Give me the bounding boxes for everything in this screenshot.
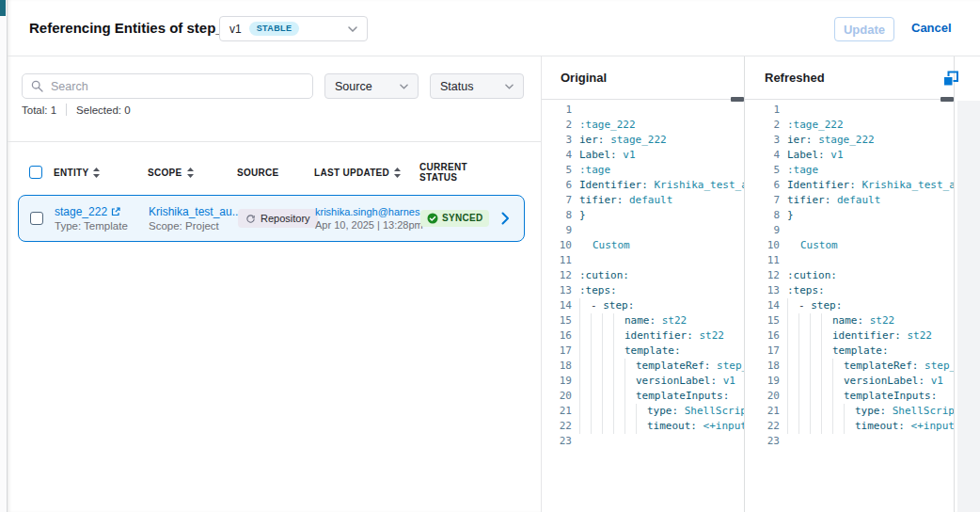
column-label: SCOPE — [148, 168, 182, 178]
status-label: SYNCED — [442, 213, 482, 223]
code-line: 10 Custom — [547, 238, 744, 253]
line-number: 20 — [547, 389, 572, 404]
search-icon — [31, 80, 43, 92]
line-text: Label: v1 — [579, 148, 636, 163]
line-number: 12 — [755, 268, 780, 283]
updated-by-link[interactable]: krishika.singh@harnes... — [315, 206, 420, 217]
result-counts: Total: 1 Selected: 0 — [22, 104, 131, 116]
code-line: 15 name: st22 — [755, 313, 954, 328]
table-row[interactable]: stage_222 Type: Template Krishika_test_a… — [18, 195, 525, 242]
line-number: 15 — [547, 313, 572, 328]
refreshed-panel-title: Refreshed — [765, 71, 825, 85]
code-line: 23 — [547, 434, 744, 449]
original-code-editor[interactable]: 1 2 :tage_222 3 ier: stage_222 4 Label: … — [542, 100, 744, 512]
original-panel-header: Original — [542, 56, 744, 100]
original-panel-title: Original — [561, 71, 607, 85]
code-line: 12 :cution: — [755, 268, 954, 283]
code-line: 5 :tage — [755, 163, 954, 178]
entity-link[interactable]: stage_222 — [55, 205, 149, 218]
line-number: 12 — [547, 268, 572, 283]
scope-name: Krishika_test_au... — [149, 205, 242, 218]
source-badge-label: Repository — [261, 213, 310, 224]
line-text: Identifier: Krishika_test_aut — [579, 178, 744, 193]
sort-icon — [394, 168, 401, 178]
line-text: ier: stage_222 — [787, 133, 875, 148]
code-line: 14 - step: — [547, 298, 744, 313]
update-button[interactable]: Update — [834, 17, 894, 41]
line-text: Identifier: Krishika_test_aut — [787, 178, 954, 193]
chevron-down-icon — [505, 84, 514, 89]
line-number: 5 — [755, 163, 780, 178]
source-badge: Repository — [238, 209, 318, 228]
chevron-down-icon — [400, 84, 408, 89]
refreshed-code-editor[interactable]: 1 2 :tage_222 3 ier: stage_222 4 Label: … — [745, 100, 954, 512]
code-line: 18 templateRef: step_222 — [547, 359, 744, 374]
select-all-checkbox[interactable] — [29, 166, 42, 179]
code-line: 4 Label: v1 — [755, 148, 954, 163]
line-text: timeout: <+input> — [579, 419, 744, 434]
source-filter-dropdown[interactable]: Source — [324, 73, 419, 99]
search-box[interactable] — [22, 73, 313, 99]
sort-icon — [93, 168, 100, 178]
line-text: versionLabel: v1 — [579, 374, 735, 389]
line-text: :teps: — [579, 283, 617, 298]
line-number: 1 — [547, 103, 572, 118]
section-divider — [8, 141, 541, 142]
scope-link[interactable]: Krishika_test_au... — [149, 205, 238, 218]
status-badge: SYNCED — [420, 210, 489, 227]
code-line: 17 template: — [755, 344, 954, 359]
entity-cell: stage_222 Type: Template — [55, 205, 149, 232]
line-number: 14 — [547, 298, 572, 313]
line-text: templateInputs: — [787, 389, 937, 404]
search-input[interactable] — [49, 79, 304, 94]
refreshed-panel-header: Refreshed — [745, 56, 954, 100]
line-text: versionLabel: v1 — [787, 374, 943, 389]
line-text: :tage_222 — [787, 118, 844, 133]
column-header[interactable]: LAST UPDATED — [314, 168, 419, 178]
line-number: 19 — [547, 374, 572, 389]
line-number: 9 — [755, 223, 780, 238]
scope-cell: Krishika_test_au... Scope: Project — [149, 205, 238, 232]
line-number: 20 — [755, 389, 780, 404]
line-number: 10 — [547, 238, 572, 253]
line-text: templateRef: step_222 — [579, 359, 744, 374]
version-selector[interactable]: v1 STABLE — [219, 16, 368, 41]
line-text: - step: — [579, 298, 634, 313]
column-header[interactable]: SCOPE — [148, 168, 237, 178]
chevron-right-icon[interactable] — [501, 212, 524, 225]
cancel-button[interactable]: Cancel — [911, 21, 952, 35]
line-number: 5 — [547, 163, 572, 178]
line-text: :tage — [787, 163, 818, 178]
line-text: Label: v1 — [787, 148, 844, 163]
column-header[interactable]: SOURCE — [237, 168, 314, 178]
code-line: 2 :tage_222 — [755, 118, 954, 133]
code-line: 2 :tage_222 — [547, 118, 744, 133]
line-number: 23 — [547, 434, 572, 449]
code-line: 12 :cution: — [547, 268, 744, 283]
status-filter-dropdown[interactable]: Status — [430, 73, 524, 99]
page-edge-accent — [0, 0, 6, 16]
code-line: 20 templateInputs: — [755, 389, 954, 404]
line-number: 2 — [755, 118, 780, 133]
column-header[interactable]: CURRENT STATUS — [419, 162, 502, 183]
code-line: 19 versionLabel: v1 — [755, 374, 954, 389]
code-line: 16 identifier: st22 — [755, 328, 954, 344]
updated-at: Apr 10, 2025 | 13:28pm — [315, 219, 420, 231]
line-text: name: st22 — [787, 313, 894, 328]
column-header[interactable]: ENTITY — [54, 168, 148, 178]
line-text: } — [579, 208, 586, 223]
line-text: timeout: <+input> — [787, 419, 954, 434]
line-text: type: ShellScript — [579, 404, 744, 419]
line-number: 17 — [755, 344, 780, 359]
line-number: 22 — [755, 419, 780, 434]
line-number: 11 — [755, 253, 780, 268]
code-line: 3 ier: stage_222 — [547, 133, 744, 148]
line-number: 11 — [547, 253, 572, 268]
code-line: 21 type: ShellScript — [755, 404, 954, 419]
code-line: 21 type: ShellScript — [547, 404, 744, 419]
original-panel: Original 1 2 :tage_222 3 ier: stage_222 … — [542, 56, 744, 512]
code-line: 5 :tage — [547, 163, 744, 178]
row-checkbox[interactable] — [30, 212, 43, 225]
copy-icon[interactable] — [942, 71, 961, 89]
line-number: 22 — [547, 419, 572, 434]
